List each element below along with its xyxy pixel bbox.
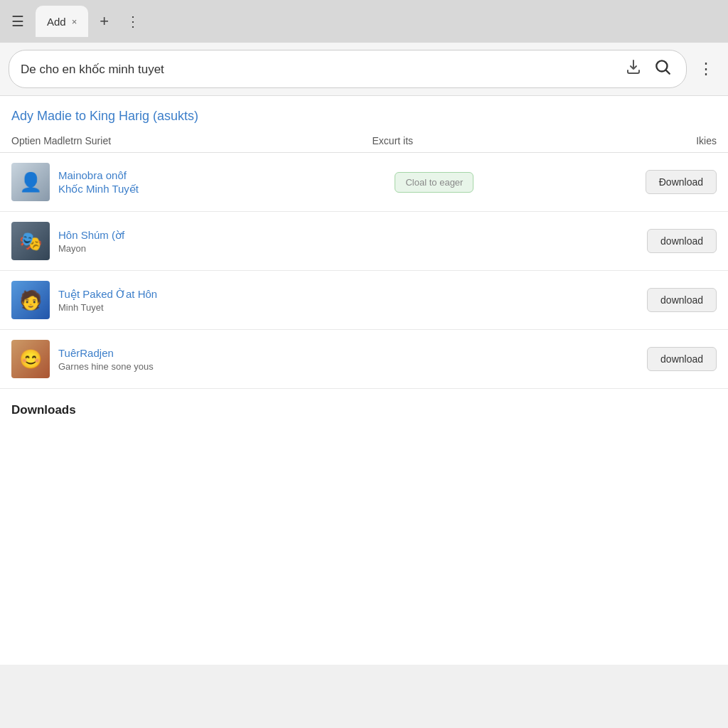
- item-thumbnail: 👤: [11, 163, 50, 201]
- hamburger-icon[interactable]: ☰: [6, 7, 30, 36]
- svg-line-1: [666, 70, 670, 74]
- list-item: 👤Mainobra onôfKhốc Minh TuyếtCloal to ea…: [0, 153, 728, 212]
- downloads-section: Downloads: [0, 389, 728, 426]
- item-title: Tuệt Paked Ờat Hôn: [58, 287, 386, 301]
- item-info: Mainobra onôfKhốc Minh Tuyết: [58, 168, 386, 196]
- excurt-badge: Cloal to eager: [395, 172, 473, 193]
- search-icon[interactable]: [651, 56, 675, 82]
- item-thumbnail: 🎭: [11, 222, 50, 260]
- col-header-excurt: Excurt its: [373, 135, 586, 146]
- download-to-device-icon[interactable]: [622, 57, 645, 81]
- col-header-title: Optien Madletrn Suriet: [11, 135, 373, 146]
- close-icon[interactable]: ×: [72, 16, 77, 27]
- download-button[interactable]: download: [647, 229, 717, 253]
- item-title: Mainobra onôfKhốc Minh Tuyết: [58, 168, 386, 196]
- item-subtitle: Garnes hine sone yous: [58, 361, 386, 372]
- item-title: TuêrRadjen: [58, 346, 386, 360]
- tab-menu-icon[interactable]: ⋮: [120, 7, 146, 36]
- item-actions: Ðownload: [597, 170, 717, 194]
- tab-label: Add: [47, 16, 66, 28]
- item-excurt-col: Cloal to eager: [395, 172, 589, 193]
- search-input[interactable]: [21, 62, 616, 76]
- list-item: 🎭Hôn Shúm (ờfMayondownload: [0, 212, 728, 271]
- download-button[interactable]: Ðownload: [646, 170, 717, 194]
- item-info: Tuệt Paked Ờat HônMinh Tuyet: [58, 287, 386, 314]
- download-button[interactable]: download: [647, 288, 717, 312]
- results-list: 👤Mainobra onôfKhốc Minh TuyếtCloal to ea…: [0, 153, 728, 389]
- tab-bar: ☰ Add × + ⋮: [0, 0, 728, 43]
- new-tab-icon[interactable]: +: [94, 6, 114, 36]
- item-title: Hôn Shúm (ờf: [58, 228, 386, 242]
- search-input-wrapper: [9, 50, 687, 88]
- item-thumbnail: 🧑: [11, 281, 50, 319]
- item-thumbnail: 😊: [11, 340, 50, 378]
- list-item: 😊TuêrRadjenGarnes hine sone yousdownload: [0, 330, 728, 389]
- item-actions: download: [597, 229, 717, 253]
- downloads-heading: Downloads: [11, 403, 717, 417]
- more-options-icon[interactable]: ⋮: [692, 57, 719, 81]
- item-subtitle: Minh Tuyet: [58, 302, 386, 313]
- tab-add[interactable]: Add ×: [36, 6, 88, 37]
- item-actions: download: [597, 347, 717, 371]
- list-item: 🧑Tuệt Paked Ờat HônMinh Tuyetdownload: [0, 271, 728, 330]
- download-button[interactable]: download: [647, 347, 717, 371]
- breadcrumb: Ady Madie to King Harig (asukts): [0, 96, 728, 129]
- item-info: TuêrRadjenGarnes hine sone yous: [58, 346, 386, 373]
- search-bar-area: ⋮: [0, 43, 728, 96]
- item-info: Hôn Shúm (ờfMayon: [58, 228, 386, 255]
- main-content: Ady Madie to King Harig (asukts) Optien …: [0, 96, 728, 665]
- table-header: Optien Madletrn Suriet Excurt its Ikies: [0, 129, 728, 153]
- col-header-ikies: Ikies: [585, 135, 717, 146]
- item-subtitle: Mayon: [58, 243, 386, 254]
- item-actions: download: [597, 288, 717, 312]
